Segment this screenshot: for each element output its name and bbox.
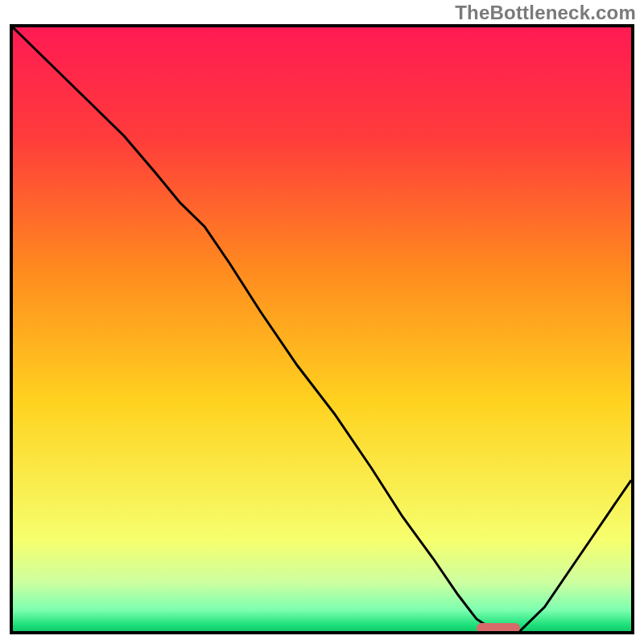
- chart-stage: TheBottleneck.com: [0, 0, 644, 644]
- optimal-range-marker: [477, 623, 520, 633]
- plot-frame: [10, 24, 634, 634]
- chart-svg: [13, 27, 631, 631]
- watermark-text: TheBottleneck.com: [455, 2, 636, 24]
